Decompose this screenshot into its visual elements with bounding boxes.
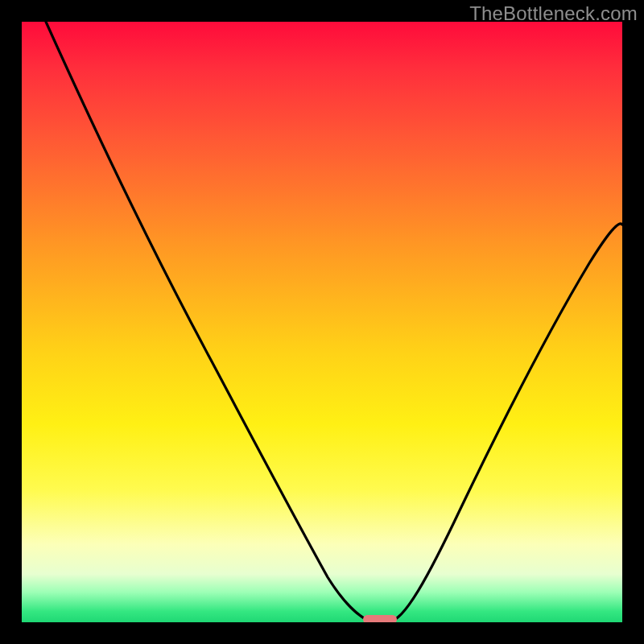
bottleneck-curve-left xyxy=(46,22,368,621)
watermark-text: TheBottleneck.com xyxy=(469,2,638,25)
chart-frame: TheBottleneck.com xyxy=(0,0,644,644)
bottleneck-curve-right xyxy=(394,224,622,621)
plot-area xyxy=(22,22,622,622)
curve-layer xyxy=(22,22,622,622)
optimal-range-pill xyxy=(363,615,397,622)
